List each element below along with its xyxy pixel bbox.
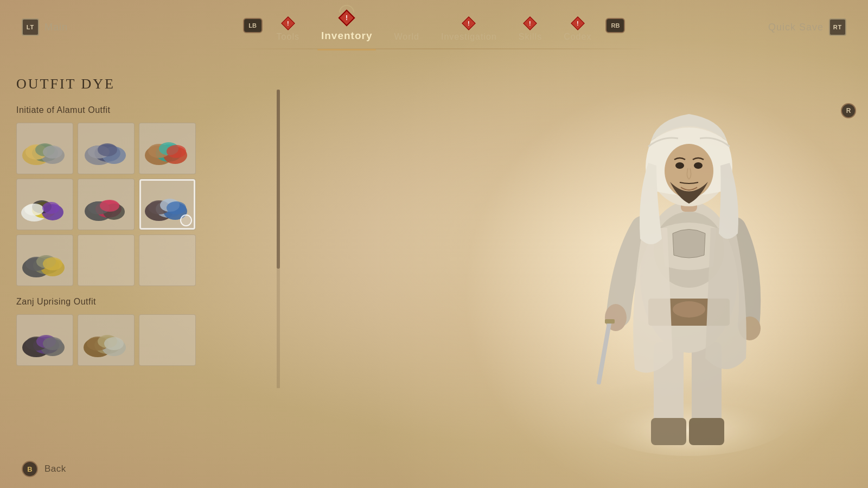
rb-button[interactable]: RB	[605, 18, 625, 33]
tab-codex-label: Codex	[564, 32, 591, 42]
svg-point-63	[43, 337, 62, 350]
dye-cell-initiate-3[interactable]	[139, 123, 196, 174]
nav-tabs: ! Tools ! Inventory	[266, 5, 603, 46]
tab-world[interactable]: World	[383, 17, 430, 46]
content-area: OUTFIT DYE Initiate of Alamut Outfit	[0, 65, 315, 445]
tab-world-label: World	[394, 32, 419, 42]
tab-tools-label: Tools	[277, 32, 299, 42]
svg-point-34	[167, 145, 186, 158]
svg-rect-10	[596, 320, 612, 385]
dye-grid-initiate	[16, 123, 298, 286]
lb-button[interactable]: LB	[243, 18, 263, 33]
svg-point-69	[104, 337, 124, 350]
dye-cell-zanj-3[interactable]	[139, 314, 196, 366]
tab-inventory[interactable]: ! Inventory	[310, 5, 384, 46]
dye-cell-initiate-6[interactable]	[139, 179, 196, 230]
svg-point-16	[675, 162, 684, 169]
dye-cell-zanj-1[interactable]	[16, 314, 73, 366]
nav-tabs-container: LB ! Tools	[217, 5, 651, 49]
svg-rect-11	[605, 319, 615, 324]
scrollbar-track	[277, 90, 280, 388]
selection-indicator	[180, 214, 192, 226]
outfit-section-zanj: Zanj Uprising Outfit	[16, 297, 298, 366]
svg-point-0	[580, 369, 797, 456]
dye-cell-zanj-2[interactable]	[78, 314, 135, 366]
svg-point-40	[42, 202, 60, 214]
nav-bar: LT Main LB ! Tools	[0, 0, 868, 54]
scrollbar-thumb[interactable]	[277, 90, 280, 269]
rt-button[interactable]: RT	[829, 18, 846, 36]
quick-save-label: Quick Save	[768, 22, 824, 33]
svg-point-7	[673, 301, 705, 318]
outfit-name-initiate: Initiate of Alamut Outfit	[16, 105, 298, 115]
r-circle-btn[interactable]: R	[841, 103, 856, 118]
tab-inventory-label: Inventory	[321, 30, 373, 42]
tab-investigation[interactable]: ! Investigation	[430, 12, 508, 46]
character-preview	[380, 0, 868, 488]
r-button-indicator[interactable]: R	[841, 103, 856, 118]
svg-point-57	[43, 257, 62, 270]
dye-cell-initiate-4[interactable]	[16, 179, 73, 230]
dye-cell-initiate-2[interactable]	[78, 123, 135, 174]
back-label: Back	[44, 464, 66, 474]
dye-cell-initiate-7[interactable]	[16, 235, 73, 286]
outfit-section-initiate: Initiate of Alamut Outfit	[16, 105, 298, 286]
lt-button[interactable]: LT	[22, 18, 39, 36]
b-button[interactable]: B	[22, 461, 38, 477]
dye-grid-zanj	[16, 314, 298, 366]
svg-point-23	[43, 145, 62, 159]
main-nav[interactable]: LT Main	[22, 18, 68, 36]
dye-cell-initiate-5[interactable]	[78, 179, 135, 230]
tab-investigation-label: Investigation	[441, 32, 497, 42]
svg-point-28	[98, 143, 117, 156]
svg-point-51	[167, 201, 186, 214]
tab-skills-label: Skills	[519, 32, 542, 42]
quick-save-nav[interactable]: Quick Save RT	[768, 18, 846, 36]
svg-rect-4	[689, 418, 724, 445]
svg-rect-3	[651, 418, 686, 445]
page-title: OUTFIT DYE	[16, 76, 298, 92]
bottom-bar: B Back	[22, 461, 66, 477]
tab-tools[interactable]: ! Tools	[266, 12, 310, 46]
dye-cell-initiate-1[interactable]	[16, 123, 73, 174]
outfit-name-zanj: Zanj Uprising Outfit	[16, 297, 298, 307]
svg-point-39	[24, 204, 44, 216]
dye-cell-initiate-9[interactable]	[139, 235, 196, 286]
svg-point-17	[694, 162, 703, 169]
nav-underline	[217, 48, 651, 49]
main-label: Main	[44, 22, 68, 33]
tab-codex[interactable]: ! Codex	[553, 12, 602, 46]
tab-skills[interactable]: ! Skills	[508, 12, 553, 46]
svg-point-45	[100, 200, 119, 212]
dye-cell-initiate-8[interactable]	[78, 235, 135, 286]
character-figure	[553, 33, 825, 478]
